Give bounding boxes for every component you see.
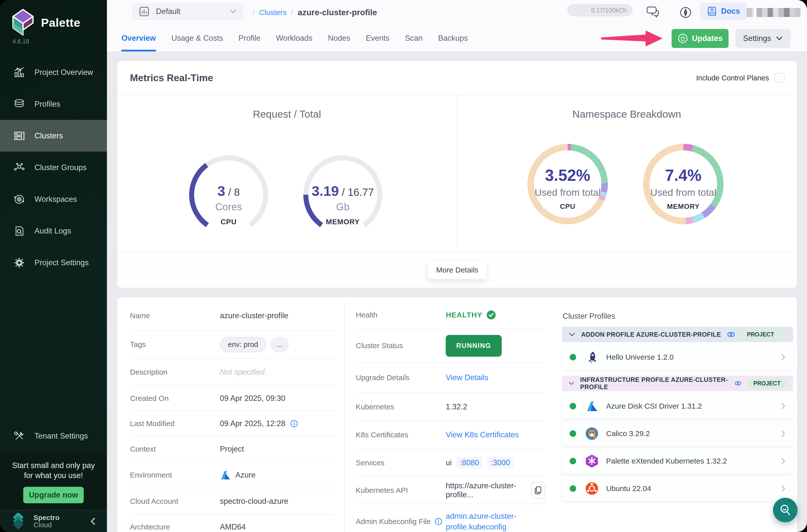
detail-row-cloud-account: Cloud Account spectro-cloud-azure — [130, 488, 335, 514]
detail-row-cluster-status: Cluster Status RUNNING — [356, 329, 545, 363]
sidebar-item-profiles[interactable]: Profiles — [0, 88, 107, 120]
sidebar-item-label: Project Overview — [35, 68, 93, 77]
search-smile-icon — [778, 503, 792, 517]
breadcrumb-clusters-link[interactable]: Clusters — [259, 8, 286, 17]
doc-search-icon — [14, 225, 25, 237]
servers-icon — [14, 130, 25, 141]
chat-icon[interactable] — [645, 5, 660, 19]
service-port-8080-link[interactable]: :8080 — [456, 457, 483, 469]
tab-overview[interactable]: Overview — [121, 25, 156, 52]
addon-profile-section-header[interactable]: ADDON PROFILE AZURE-CLUSTER-PROFILE PROJ… — [562, 327, 793, 342]
orbit-icon — [14, 194, 25, 205]
detail-row-last-modified: Last Modified 09 Apr 2025, 12:28 — [130, 411, 335, 437]
settings-button[interactable]: Settings — [735, 29, 790, 48]
credits-usage-value: 0.17/100kCh — [591, 7, 626, 14]
rocket-icon — [585, 351, 598, 364]
brand-name: Spectro Cloud — [34, 514, 59, 529]
kubernetes-api-value: https://azure-cluster-profile... — [446, 481, 529, 499]
detail-row-kubernetes: Kubernetes 1.32.2 — [356, 393, 545, 421]
upgrade-now-button[interactable]: Upgrade now — [23, 487, 84, 503]
chevron-right-icon — [781, 354, 786, 361]
tab-scan[interactable]: Scan — [405, 25, 423, 52]
page-title: azure-cluster-profile — [298, 8, 377, 17]
sidebar-item-tenant-settings[interactable]: Tenant Settings — [0, 420, 107, 452]
sidebar-item-clusters[interactable]: Clusters — [0, 120, 107, 152]
detail-row-health: Health HEALTHY — [356, 301, 545, 329]
profile-item-calico[interactable]: Calico 3.29.2 — [562, 421, 793, 446]
sidebar-nav: Project Overview Profiles Cluste — [0, 56, 107, 279]
profile-item-azure-disk-csi[interactable]: Azure Disk CSI Driver 1.31.2 — [562, 394, 793, 419]
tag-env-prod[interactable]: env: prod — [220, 337, 266, 352]
cpu-gauge-chart: 3 / 8 Cores CPU — [186, 152, 271, 237]
environment-value: Azure — [236, 471, 256, 479]
app-version: 4.6.18 — [13, 38, 29, 45]
admin-kubeconfig-link[interactable]: admin.azure-cluster-profile.kubeconfig — [446, 511, 545, 532]
upgrade-circle-icon — [678, 33, 688, 44]
tab-usage-costs[interactable]: Usage & Costs — [171, 25, 223, 52]
sidebar-item-audit-logs[interactable]: Audit Logs — [0, 215, 107, 247]
tag-more[interactable]: ... — [270, 337, 288, 352]
sidebar-item-label: Cluster Groups — [35, 163, 87, 172]
breadcrumb: / Clusters / azure-cluster-profile — [252, 0, 377, 25]
book-icon — [707, 6, 717, 17]
redacted-username — [756, 8, 801, 17]
sidebar-tenant-section: Tenant Settings — [0, 420, 107, 452]
info-icon[interactable] — [290, 419, 298, 428]
detail-row-kubernetes-api: Kubernetes API https://azure-cluster-pro… — [356, 477, 545, 504]
service-port-3000-link[interactable]: :3000 — [487, 457, 514, 469]
docs-link[interactable]: Docs — [700, 2, 747, 20]
promo-text: Start small and only pay for what you us… — [8, 460, 98, 480]
link-icon[interactable] — [727, 331, 735, 338]
profile-item-ubuntu[interactable]: Ubuntu 22.04 — [562, 476, 793, 501]
app-name: Palette — [41, 16, 80, 30]
tabs: Overview Usage & Costs Profile Workloads… — [121, 25, 468, 52]
collapse-sidebar-icon[interactable] — [90, 516, 97, 527]
cluster-name-value: azure-cluster-profile — [220, 311, 288, 320]
include-control-planes-checkbox[interactable] — [774, 73, 785, 83]
view-k8s-certificates-link[interactable]: View K8s Certificates — [446, 430, 519, 439]
sidebar-item-project-overview[interactable]: Project Overview — [0, 56, 107, 88]
sidebar-item-cluster-groups[interactable]: Cluster Groups — [0, 152, 107, 183]
compass-icon[interactable] — [679, 5, 693, 19]
cpu-namespace-donut: 3.52% Used from total CPU — [525, 141, 610, 227]
profile-item-palette-extended-kubernetes[interactable]: Palette eXtended Kubernetes 1.32.2 — [562, 449, 793, 474]
copy-icon — [534, 486, 542, 495]
tools-icon — [14, 430, 25, 442]
kubernetes-version-value: 1.32.2 — [446, 402, 467, 411]
description-value: Not specified. — [220, 368, 267, 377]
metrics-charts: Request / Total Namespace Breakdown 3 / … — [117, 95, 797, 252]
pxk-icon — [585, 454, 598, 468]
detail-row-admin-kubeconfig: Admin Kubeconfig File admin.azure-cluste… — [356, 504, 545, 532]
status-dot-green — [570, 430, 576, 437]
tab-nodes[interactable]: Nodes — [328, 25, 350, 52]
infrastructure-profile-items: Azure Disk CSI Driver 1.31.2 — [562, 394, 793, 501]
sidebar-item-workspaces[interactable]: Workspaces — [0, 183, 107, 215]
more-details-button[interactable]: More Details — [428, 261, 486, 279]
sidebar-item-project-settings[interactable]: Project Settings — [0, 247, 107, 279]
network-icon — [14, 162, 25, 173]
updates-button[interactable]: Updates — [672, 29, 729, 48]
detail-row-name: Name azure-cluster-profile — [130, 301, 335, 331]
palette-logo[interactable]: Palette — [12, 8, 80, 36]
profile-item-hello-universe[interactable]: Hello Universe 1.2.0 — [562, 345, 793, 370]
link-icon[interactable] — [734, 380, 741, 387]
project-selector[interactable]: Default — [132, 3, 243, 20]
sidebar-item-label: Workspaces — [35, 195, 77, 204]
last-modified-value: 09 Apr 2025, 12:28 — [220, 419, 285, 428]
tab-backups[interactable]: Backups — [438, 25, 468, 52]
info-icon[interactable] — [434, 517, 443, 526]
memory-namespace-donut: 7.4% Used from total MEMORY — [641, 141, 726, 227]
view-details-link[interactable]: View Details — [446, 373, 488, 382]
status-badge: RUNNING — [446, 335, 502, 357]
layers-icon — [14, 98, 25, 110]
tab-events[interactable]: Events — [366, 25, 390, 52]
tab-workloads[interactable]: Workloads — [276, 25, 313, 52]
gear-icon — [14, 257, 25, 268]
sidebar-item-label: Audit Logs — [35, 227, 71, 235]
infrastructure-profile-section-header[interactable]: INFRASTRUCTURE PROFILE AZURE-CLUSTER-PRO… — [562, 376, 793, 391]
palette-logo-icon — [12, 8, 35, 36]
tab-profile[interactable]: Profile — [239, 25, 261, 52]
copy-api-url-button[interactable] — [531, 482, 545, 498]
detail-row-upgrade-details: Upgrade Details View Details — [356, 363, 545, 393]
support-search-fab[interactable] — [773, 498, 797, 522]
